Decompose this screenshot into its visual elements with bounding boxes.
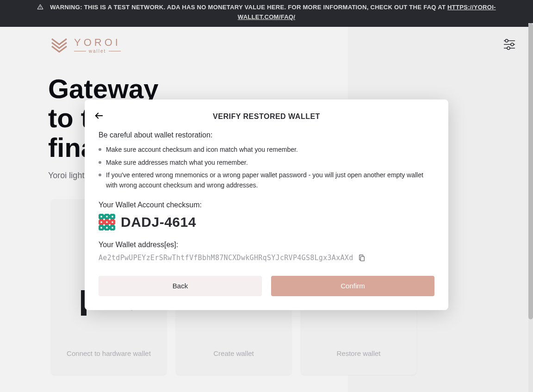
confirm-button[interactable]: Confirm [271, 276, 434, 296]
wallet-identicon-icon [99, 214, 115, 230]
verify-restored-wallet-modal: VERIFY RESTORED WALLET Be careful about … [85, 100, 448, 310]
modal-bullet: Make sure addresses match what you remem… [99, 158, 434, 168]
modal-bullet-list: Make sure account checksum and icon matc… [99, 145, 434, 191]
address-label: Your Wallet address[es]: [99, 241, 434, 249]
back-arrow-icon[interactable] [94, 111, 104, 123]
svg-rect-12 [360, 256, 364, 261]
modal-bullet: Make sure account checksum and icon matc… [99, 145, 434, 155]
wallet-address: Ae2tdPwUPEYzErSRwThtfVfBbhM87NCXDwkGHRqS… [99, 254, 353, 262]
back-button[interactable]: Back [99, 276, 262, 296]
copy-icon[interactable] [358, 254, 366, 262]
modal-title: VERIFY RESTORED WALLET [99, 112, 434, 121]
modal-intro: Be careful about wallet restoration: [99, 131, 434, 139]
checksum-value: DADJ-4614 [121, 214, 196, 230]
checksum-row: DADJ-4614 [99, 214, 434, 230]
modal-backdrop: VERIFY RESTORED WALLET Be careful about … [0, 0, 533, 392]
checksum-label: Your Wallet Account checksum: [99, 201, 434, 209]
modal-bullet: If you've entered wrong mnemonics or a w… [99, 170, 434, 190]
